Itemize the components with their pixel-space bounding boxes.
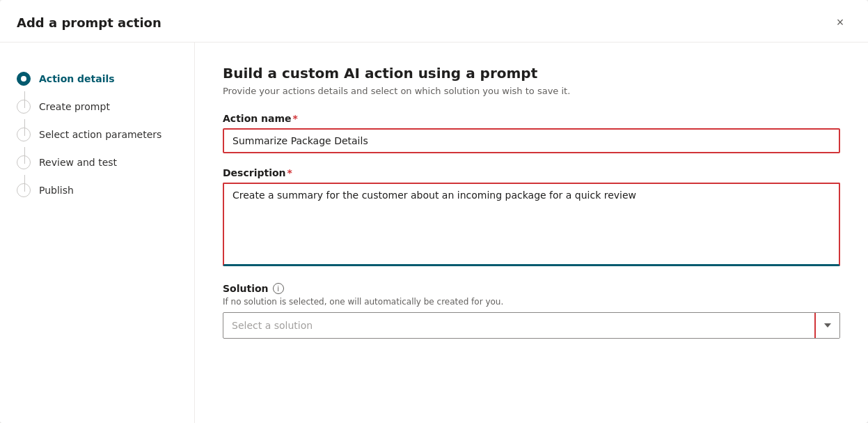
action-name-input[interactable] bbox=[223, 128, 840, 153]
sidebar-item-review-test[interactable]: Review and test bbox=[0, 148, 194, 176]
solution-label-row: Solution i bbox=[223, 283, 840, 294]
content-subtitle: Provide your actions details and select … bbox=[223, 86, 840, 96]
step-circle-publish bbox=[17, 183, 31, 197]
solution-select-box: Select a solution bbox=[223, 312, 840, 339]
close-button[interactable]: × bbox=[829, 11, 851, 33]
description-required: * bbox=[287, 167, 292, 178]
solution-field-group: Solution i If no solution is selected, o… bbox=[223, 283, 840, 339]
description-field-group: Description* bbox=[223, 167, 840, 269]
step-label-publish: Publish bbox=[39, 185, 74, 196]
step-label-action-details: Action details bbox=[39, 73, 115, 84]
solution-info-icon[interactable]: i bbox=[273, 283, 284, 294]
chevron-down-icon bbox=[824, 323, 831, 328]
step-circle-review-test bbox=[17, 155, 31, 169]
dialog-title: Add a prompt action bbox=[17, 15, 161, 30]
sidebar-item-create-prompt[interactable]: Create prompt bbox=[0, 93, 194, 121]
sidebar-item-publish[interactable]: Publish bbox=[0, 176, 194, 204]
solution-placeholder: Select a solution bbox=[223, 314, 814, 337]
solution-label: Solution bbox=[223, 283, 269, 294]
step-circle-select-parameters bbox=[17, 128, 31, 141]
content-area: Build a custom AI action using a prompt … bbox=[195, 43, 868, 423]
sidebar: Action details Create prompt Select acti… bbox=[0, 43, 195, 423]
action-name-field-group: Action name* bbox=[223, 113, 840, 153]
dialog-header: Add a prompt action × bbox=[0, 0, 868, 43]
action-name-required: * bbox=[293, 113, 298, 124]
action-name-label: Action name* bbox=[223, 113, 840, 124]
add-prompt-action-dialog: Add a prompt action × Action details Cre… bbox=[0, 0, 868, 423]
step-label-create-prompt: Create prompt bbox=[39, 101, 110, 112]
step-circle-action-details bbox=[17, 72, 31, 86]
step-label-review-test: Review and test bbox=[39, 157, 117, 168]
description-textarea[interactable] bbox=[223, 183, 840, 266]
step-label-select-parameters: Select action parameters bbox=[39, 129, 161, 140]
step-circle-create-prompt bbox=[17, 100, 31, 114]
sidebar-item-action-details[interactable]: Action details bbox=[0, 65, 194, 93]
solution-dropdown-button[interactable] bbox=[814, 313, 839, 338]
content-title: Build a custom AI action using a prompt bbox=[223, 65, 840, 82]
sidebar-item-select-parameters[interactable]: Select action parameters bbox=[0, 121, 194, 148]
dialog-body: Action details Create prompt Select acti… bbox=[0, 43, 868, 423]
solution-hint: If no solution is selected, one will aut… bbox=[223, 297, 840, 307]
description-label: Description* bbox=[223, 167, 840, 178]
